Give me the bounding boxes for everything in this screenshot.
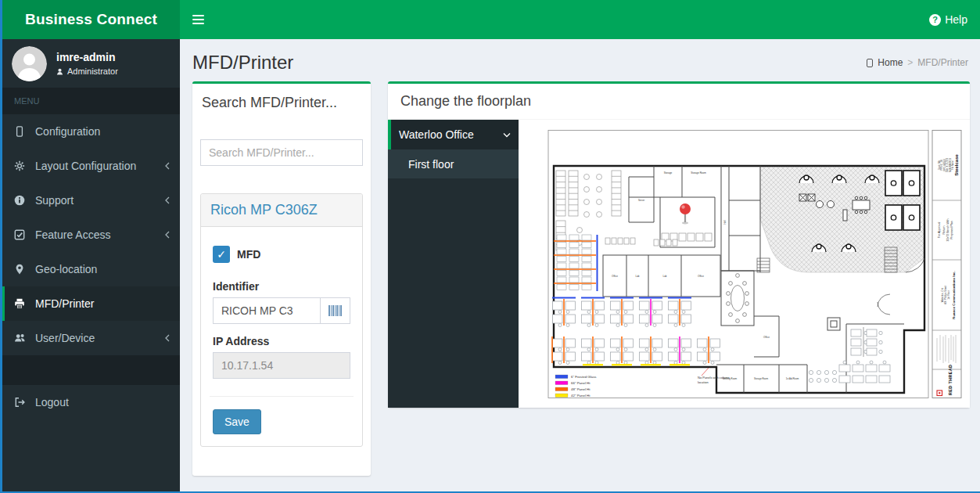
svg-text:Storage Room: Storage Room <box>754 377 769 380</box>
sidebar-item-label: Geo-location <box>35 263 97 275</box>
barcode-button[interactable] <box>321 297 350 324</box>
svg-text:1st Aid Room: 1st Aid Room <box>786 377 799 380</box>
sidebar-item-mfd-printer[interactable]: MFD/Printer <box>2 286 180 321</box>
navbar: ? Help <box>180 0 980 39</box>
svg-text:Lab: Lab <box>662 275 666 278</box>
breadcrumb: Home > MFD/Printer <box>867 57 968 68</box>
help-button[interactable]: ? Help <box>917 0 980 39</box>
svg-text:location: location <box>698 380 709 384</box>
chevron-left-icon <box>164 231 171 239</box>
sidebar-toggle-button[interactable] <box>180 0 217 39</box>
tablet-icon <box>14 126 35 137</box>
breadcrumb-current: MFD/Printer <box>917 57 968 68</box>
svg-text:Storage Room: Storage Room <box>691 171 706 175</box>
svg-text:Office: Office <box>763 336 770 339</box>
person-icon <box>56 68 63 75</box>
identifier-label: Identifier <box>213 280 350 293</box>
sidebar-section-divider <box>2 355 180 385</box>
svg-text:Hall: Hall <box>723 220 727 224</box>
svg-text:RED THREAD: RED THREAD <box>948 365 953 395</box>
panel-divider <box>210 396 354 397</box>
save-button[interactable]: Save <box>213 409 261 434</box>
sidebar-item-label: Feature Access <box>35 229 111 241</box>
user-info: imre-admin Administrator <box>56 51 118 76</box>
svg-text:No Panels with column: No Panels with column <box>698 376 730 380</box>
window-edge-left <box>0 0 2 493</box>
identifier-input[interactable] <box>213 297 321 324</box>
page-title: MFD/Printer <box>192 52 293 74</box>
question-circle-icon: ? <box>929 14 941 26</box>
svg-text:File Name: File Name <box>951 160 954 170</box>
hamburger-icon <box>192 13 204 27</box>
sidebar-item-logout[interactable]: Logout <box>2 385 180 419</box>
printer-icon <box>14 298 35 309</box>
content-area: MFD/Printer Home > MFD/Printer Search MF… <box>180 39 980 491</box>
sidebar-item-layout-configuration[interactable]: Layout Configuration <box>2 149 180 183</box>
svg-text:Proposed Plan: Proposed Plan <box>950 221 953 239</box>
sidebar-item-label: MFD/Printer <box>35 297 94 310</box>
sidebar-item-label: User/Device <box>35 332 95 344</box>
sidebar-item-support[interactable]: Support <box>2 183 180 218</box>
ip-address-input[interactable] <box>213 352 350 379</box>
svg-text:42" Panel Ht: 42" Panel Ht <box>571 394 591 398</box>
svg-text:Waterloo, Ont: Waterloo, Ont <box>941 288 944 303</box>
sidebar-item-configuration[interactable]: Configuration <box>2 114 180 149</box>
svg-text:DPO: 860340: DPO: 860340 <box>943 159 946 171</box>
svg-text:NUA 08A0001B: NUA 08A0001B <box>949 158 952 172</box>
breadcrumb-separator: > <box>907 57 913 68</box>
svg-text:Date: 8.18.2016: Date: 8.18.2016 <box>946 157 949 172</box>
users-icon <box>14 333 35 344</box>
svg-text:Office: Office <box>612 275 618 278</box>
menu-header: MENU <box>2 88 180 114</box>
search-input[interactable] <box>200 139 363 166</box>
search-card-title: Search MFD/Printer... <box>202 95 363 111</box>
floorplan-viewport: Storage Storage Room Server Office Lab L… <box>519 120 970 408</box>
svg-text:30x72 Bench With: 30x72 Bench With <box>946 218 949 241</box>
svg-text:Steelcase: Steelcase <box>954 154 959 176</box>
svg-text:Lab: Lab <box>635 275 639 278</box>
user-role: Administrator <box>67 67 118 76</box>
svg-text:Office: Office <box>698 275 704 278</box>
top-bar: Business Connect ? Help <box>2 0 980 39</box>
tree-floor-label: First floor <box>408 158 454 171</box>
tree-item-waterloo-office[interactable]: Waterloo Office <box>388 120 519 149</box>
ip-address-label: IP Address <box>213 335 350 347</box>
user-panel[interactable]: imre-admin Administrator <box>2 39 180 88</box>
svg-text:Nuance Communications Inc.: Nuance Communications Inc. <box>952 271 956 318</box>
floorplan-image[interactable]: Storage Storage Room Server Office Lab L… <box>537 128 963 401</box>
mfd-checkbox-label: MFD <box>237 248 260 261</box>
svg-text:Storage: Storage <box>664 171 673 175</box>
sidebar-item-feature-access[interactable]: Feature Access <box>2 218 180 252</box>
mfd-checkbox[interactable]: ✓ <box>213 246 230 263</box>
svg-text:1st Floor: 1st Floor <box>947 290 950 300</box>
breadcrumb-home-link[interactable]: Home <box>878 57 903 68</box>
sidebar-item-label: Layout Configuration <box>35 160 136 172</box>
sidebar-item-user-device[interactable]: User/Device <box>2 321 180 355</box>
svg-text:For Approval: For Approval <box>938 222 941 239</box>
logout-icon <box>14 397 35 408</box>
barcode-icon <box>328 305 342 316</box>
search-mfd-card: Search MFD/Printer... Ricoh MP C306Z ✓ M… <box>192 81 371 476</box>
sidebar-item-geo-location[interactable]: Geo-location <box>2 252 180 286</box>
tree-office-label: Waterloo Office <box>399 128 474 141</box>
floorplan-card: Change the floorplan Waterloo Office <box>388 81 970 408</box>
info-circle-icon <box>14 195 35 206</box>
chevron-left-icon <box>164 162 171 170</box>
sidebar-item-label: Support <box>35 194 74 207</box>
tree-item-first-floor[interactable]: First floor <box>388 149 519 178</box>
floorplan-tree: Waterloo Office First floor <box>388 120 519 408</box>
svg-text:48" Panel Ht: 48" Panel Ht <box>571 387 591 391</box>
device-name-link[interactable]: Ricoh MP C306Z <box>210 202 318 218</box>
chevron-left-icon <box>164 196 171 204</box>
brand-logo[interactable]: Business Connect <box>2 0 180 39</box>
floorplan-card-title: Change the floorplan <box>388 84 970 120</box>
app-window: Business Connect ? Help imr <box>0 0 980 493</box>
tablet-icon <box>867 59 873 67</box>
sidebar: imre-admin Administrator MENU Configurat… <box>2 39 180 491</box>
svg-text:460 Phillips Street: 460 Phillips Street <box>944 286 947 304</box>
sidebar-item-label: Logout <box>35 396 69 408</box>
chevron-down-icon <box>503 132 511 138</box>
avatar <box>12 46 47 81</box>
user-name: imre-admin <box>56 51 118 63</box>
map-marker-icon <box>14 264 35 275</box>
